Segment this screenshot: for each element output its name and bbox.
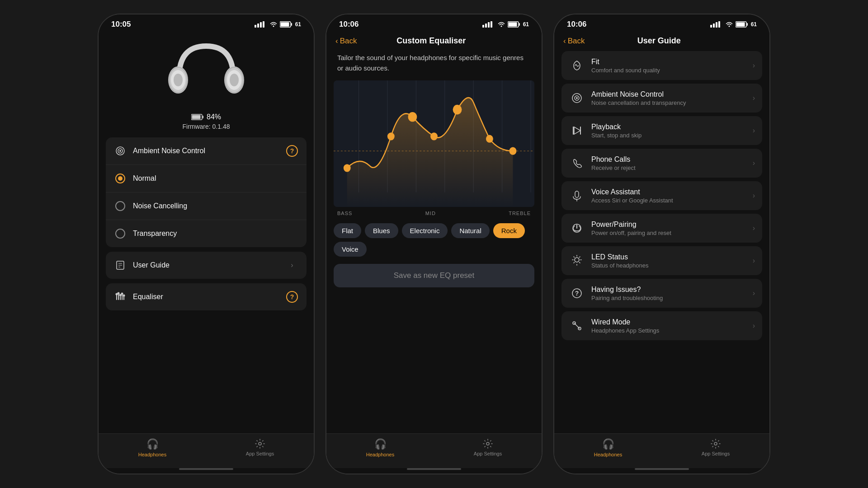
svg-rect-38: [485, 23, 487, 28]
svg-line-85: [580, 263, 580, 263]
ambient-guide-title: Ambient Noise Control: [591, 90, 753, 99]
transparency-row[interactable]: Transparency: [106, 220, 307, 247]
guide-item-voice[interactable]: Voice Assistant Access Siri or Google As…: [561, 181, 762, 210]
equaliser-label: Equaliser: [133, 293, 286, 301]
svg-point-32: [118, 292, 120, 295]
settings-tab-label-1: App Settings: [246, 451, 274, 456]
preset-blues[interactable]: Blues: [365, 223, 398, 238]
normal-row[interactable]: Normal: [106, 165, 307, 192]
battery-row: 84%: [106, 113, 307, 121]
battery-pct-status-3: 61: [751, 21, 757, 28]
eq-presets: Flat Blues Electronic Natural Rock Voice: [334, 220, 534, 260]
battery-pct-status: 61: [295, 21, 301, 28]
back-button-2[interactable]: ‹ Back: [335, 37, 357, 46]
guide-item-calls[interactable]: Phone Calls Receive or reject ›: [561, 149, 762, 178]
tab-headphones-2[interactable]: 🎧 Headphones: [326, 438, 434, 457]
user-guide-row[interactable]: User Guide ›: [106, 252, 307, 279]
tab-bar-1: 🎧 Headphones App Settings: [99, 433, 314, 468]
eq-chart[interactable]: [334, 80, 534, 207]
back-chevron-3: ‹: [563, 37, 566, 46]
status-bar-2: 10:06 61: [326, 14, 542, 33]
phone-2: 10:06 61 ‹ B: [326, 14, 542, 474]
calls-title: Phone Calls: [591, 155, 753, 164]
preset-natural[interactable]: Natural: [451, 223, 489, 238]
back-label-3: Back: [568, 37, 585, 46]
ambient-row[interactable]: Ambient Noise Control ?: [106, 137, 307, 165]
fit-icon: [569, 57, 585, 74]
guide-item-wired[interactable]: Wired Mode Headphones App Settings ›: [561, 311, 762, 340]
svg-rect-3: [263, 21, 264, 28]
svg-rect-0: [255, 25, 256, 28]
normal-radio-inner: [118, 176, 123, 181]
wired-sub: Headphones App Settings: [591, 327, 753, 334]
playback-title: Playback: [591, 123, 753, 131]
tab-settings-3[interactable]: App Settings: [662, 438, 769, 457]
guide-item-fit[interactable]: Fit Comfort and sound quality ›: [561, 51, 762, 80]
svg-point-54: [344, 164, 351, 172]
guide-item-ambient[interactable]: Ambient Noise Control Noise cancellation…: [561, 84, 762, 113]
svg-point-60: [509, 147, 517, 155]
back-chevron-2: ‹: [335, 37, 338, 46]
phone-3: 10:06 61 ‹ B: [553, 14, 770, 474]
ambient-help[interactable]: ?: [286, 145, 298, 157]
preset-electronic[interactable]: Electronic: [402, 223, 448, 238]
tab-settings-2[interactable]: App Settings: [434, 438, 542, 457]
ambient-label: Ambient Noise Control: [133, 147, 286, 155]
fit-text: Fit Comfort and sound quality: [591, 58, 753, 74]
svg-point-58: [453, 105, 462, 115]
svg-rect-69: [736, 23, 745, 27]
nav-title-2: Custom Equaliser: [357, 36, 505, 46]
equaliser-help[interactable]: ?: [286, 291, 298, 303]
tab-settings-1[interactable]: App Settings: [206, 438, 314, 457]
noise-cancel-row[interactable]: Noise Cancelling: [106, 192, 307, 220]
guide-item-issues[interactable]: ? Having Issues? Pairing and troubleshoo…: [561, 279, 762, 308]
fit-sub: Comfort and sound quality: [591, 67, 753, 74]
guide-item-led[interactable]: LED Status Status of headphones ›: [561, 246, 762, 275]
svg-point-13: [230, 74, 239, 86]
settings-tab-icon-1: [255, 438, 265, 449]
settings-tab-label-2: App Settings: [474, 451, 502, 456]
time-2: 10:06: [339, 20, 359, 29]
svg-point-55: [387, 132, 395, 140]
power-icon: [569, 220, 585, 236]
transparency-radio-icon: [114, 227, 127, 240]
preset-voice[interactable]: Voice: [334, 242, 367, 257]
headphone-graphic: [165, 37, 247, 109]
svg-rect-76: [575, 191, 579, 197]
settings-tab-label-3: App Settings: [702, 451, 730, 456]
issues-chevron: ›: [753, 289, 755, 297]
signal-icon: [255, 21, 267, 28]
tab-bar-2: 🎧 Headphones App Settings: [326, 433, 542, 468]
svg-point-72: [576, 97, 578, 99]
led-title: LED Status: [591, 253, 753, 261]
guide-item-power[interactable]: Power/Pairing Power on/off, pairing and …: [561, 214, 762, 243]
playback-text: Playback Start, stop and skip: [591, 123, 753, 139]
status-bar-3: 10:06 61: [554, 14, 769, 33]
headphone-image: [106, 37, 307, 109]
tab-headphones-3[interactable]: 🎧 Headphones: [554, 438, 662, 457]
power-text: Power/Pairing Power on/off, pairing and …: [591, 221, 753, 236]
svg-point-56: [408, 112, 417, 122]
preset-rock[interactable]: Rock: [493, 223, 525, 238]
save-eq-button[interactable]: Save as new EQ preset: [334, 264, 534, 287]
headphones-tab-icon-2: 🎧: [374, 438, 387, 450]
eq-labels: BASS MID TREBLE: [334, 209, 534, 220]
eq-question-icon: ?: [286, 291, 298, 303]
time-1: 10:05: [111, 20, 131, 29]
battery-icon-2: [508, 21, 520, 28]
eq-svg: [334, 80, 534, 207]
preset-flat[interactable]: Flat: [334, 223, 361, 238]
equaliser-card: Equaliser ?: [106, 283, 307, 310]
voice-title: Voice Assistant: [591, 188, 753, 196]
issues-sub: Pairing and troubleshooting: [591, 295, 753, 301]
svg-rect-1: [257, 23, 259, 28]
ambient-guide-chevron: ›: [753, 94, 755, 102]
tab-headphones-1[interactable]: 🎧 Headphones: [99, 438, 206, 457]
back-button-3[interactable]: ‹ Back: [563, 37, 585, 46]
svg-point-34: [121, 293, 123, 295]
svg-point-61: [486, 442, 489, 445]
equaliser-row[interactable]: Equaliser ?: [106, 283, 307, 310]
user-guide-label: User Guide: [133, 261, 286, 269]
guide-item-playback[interactable]: Playback Start, stop and skip ›: [561, 116, 762, 145]
headphones-tab-icon-1: 🎧: [146, 438, 159, 450]
